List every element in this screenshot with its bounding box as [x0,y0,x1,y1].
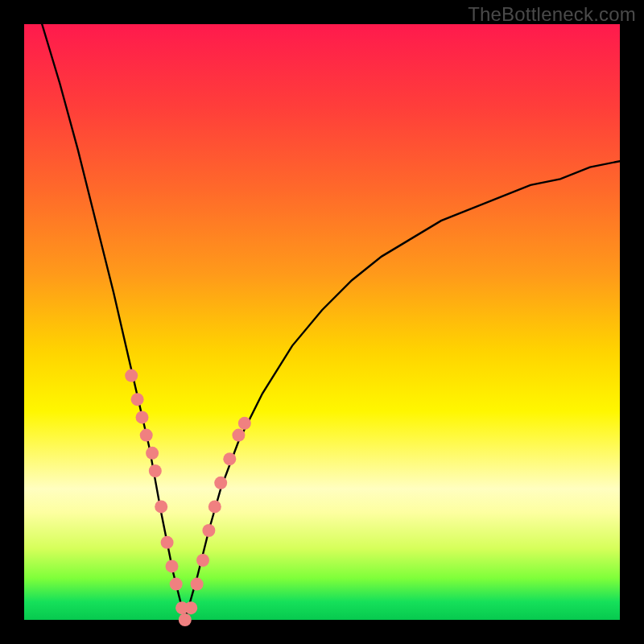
curve-svg [24,24,620,620]
bottleneck-curve-path [42,24,620,620]
marker-dot [166,559,179,572]
chart-frame: TheBottleneck.com [0,0,644,644]
marker-dot [191,578,204,591]
marker-dot [140,429,153,442]
marker-dot [238,417,251,430]
marker-dot [125,369,138,382]
marker-dot [136,411,149,423]
marker-dot [155,500,167,513]
marker-dot [208,500,221,513]
plot-area [24,24,620,620]
marker-dot [131,393,144,406]
marker-dot [149,464,162,477]
marker-dot [202,524,215,537]
marker-dot [223,452,236,465]
marker-dot [161,536,174,549]
marker-dot [146,447,159,460]
marker-group [125,369,251,626]
watermark-text: TheBottleneck.com [468,3,636,26]
marker-dot [179,613,192,626]
marker-dot [232,429,245,442]
marker-dot [196,554,209,567]
marker-dot [170,578,183,591]
marker-dot [214,477,227,489]
marker-dot [184,601,197,614]
